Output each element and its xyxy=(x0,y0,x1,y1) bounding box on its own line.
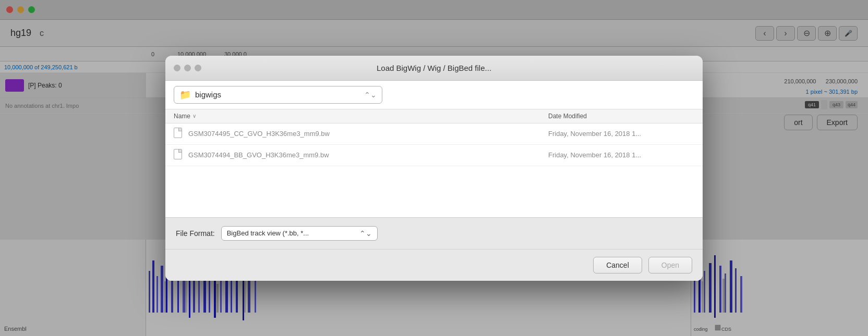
format-row: File Format: BigBed track view (*.bb, *.… xyxy=(165,218,703,250)
file-browser: 📁 bigwigs ⌃⌄ Name ∨ Date Modified xyxy=(165,81,703,217)
modal-minimize-button[interactable] xyxy=(184,65,191,71)
folder-icon: 📁 xyxy=(179,89,191,101)
file-date-1: Friday, November 16, 2018 1... xyxy=(548,151,694,159)
location-folder-name: bigwigs xyxy=(195,90,360,99)
dialog-button-row: Cancel Open xyxy=(165,250,703,281)
file-item-0[interactable]: GSM3074495_CC_GVO_H3K36me3_mm9.bw Friday… xyxy=(165,123,703,145)
modal-bottom: File Format: BigBed track view (*.bb, *.… xyxy=(165,217,703,281)
modal-overlay: Load BigWig / Wig / BigBed file... 📁 big… xyxy=(0,0,868,336)
format-select-text: BigBed track view (*.bb, *... xyxy=(227,229,355,237)
file-list-header: Name ∨ Date Modified xyxy=(165,109,703,123)
cancel-button[interactable]: Cancel xyxy=(593,257,642,273)
file-list: GSM3074495_CC_GVO_H3K36me3_mm9.bw Friday… xyxy=(165,123,703,217)
location-bar: 📁 bigwigs ⌃⌄ xyxy=(165,81,703,109)
file-icon-shape-0 xyxy=(174,128,182,138)
format-select-arrows: ⌃⌄ xyxy=(359,229,372,238)
modal-maximize-button[interactable] xyxy=(195,65,201,71)
file-name-0: GSM3074495_CC_GVO_H3K36me3_mm9.bw xyxy=(188,130,548,138)
name-column-header[interactable]: Name ∨ xyxy=(174,113,548,120)
file-name-1: GSM3074494_BB_GVO_H3K36me3_mm9.bw xyxy=(188,151,548,159)
name-sort-arrow: ∨ xyxy=(192,113,196,119)
format-label: File Format: xyxy=(176,229,215,238)
file-date-0: Friday, November 16, 2018 1... xyxy=(548,130,694,138)
modal-traffic-lights xyxy=(174,65,201,71)
format-select[interactable]: BigBed track view (*.bb, *... ⌃⌄ xyxy=(221,226,378,241)
open-button[interactable]: Open xyxy=(648,257,692,273)
location-input[interactable]: 📁 bigwigs ⌃⌄ xyxy=(174,86,382,104)
date-column-header[interactable]: Date Modified xyxy=(548,113,694,120)
file-icon-shape-1 xyxy=(174,149,182,159)
file-item-1[interactable]: GSM3074494_BB_GVO_H3K36me3_mm9.bw Friday… xyxy=(165,145,703,166)
modal-titlebar: Load BigWig / Wig / BigBed file... xyxy=(165,56,703,81)
modal-close-button[interactable] xyxy=(174,65,180,71)
file-dialog: Load BigWig / Wig / BigBed file... 📁 big… xyxy=(165,56,703,281)
modal-title: Load BigWig / Wig / BigBed file... xyxy=(377,64,491,72)
file-icon-0 xyxy=(174,128,184,140)
file-icon-1 xyxy=(174,149,184,161)
location-arrow-icon[interactable]: ⌃⌄ xyxy=(364,91,377,99)
